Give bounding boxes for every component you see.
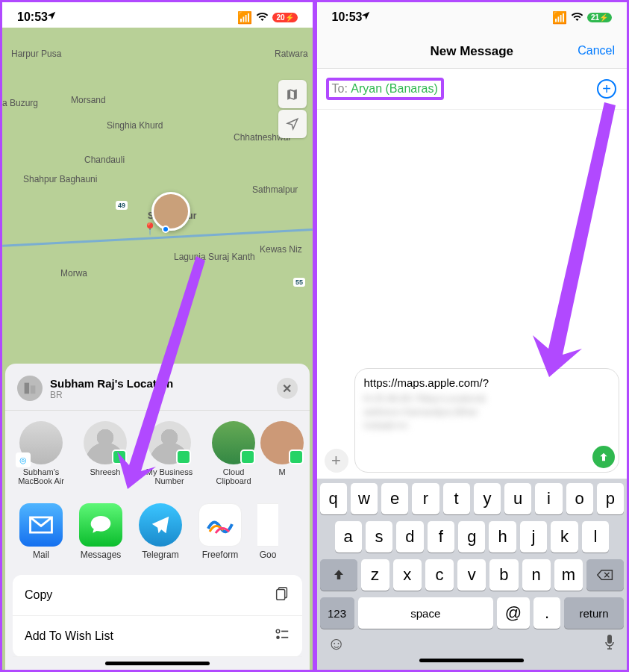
key-z[interactable]: z (361, 559, 389, 591)
key-b[interactable]: b (489, 559, 518, 591)
right-screenshot: 10:53 📶 21⚡ New Message Cancel To: Aryan… (317, 2, 628, 670)
key-p[interactable]: p (597, 483, 624, 514)
map-mode-button[interactable] (278, 80, 307, 108)
cellular-icon: 📶 (552, 10, 567, 25)
contact-item[interactable]: M (271, 421, 293, 485)
message-input[interactable]: https://maps.apple.com/? ll=25.86,85.78&… (354, 368, 620, 473)
contact-item[interactable]: Cloud Clipboard (207, 421, 260, 485)
copy-icon (274, 585, 290, 605)
emoji-key[interactable]: ☺ (328, 633, 346, 654)
airdrop-contact[interactable]: ◎ Subham's MacBook Air (14, 421, 68, 485)
share-app-messages[interactable]: Messages (78, 503, 123, 560)
recipient-field[interactable]: To: Aryan (Banaras) + (317, 69, 628, 110)
airdrop-icon: ◎ (16, 452, 31, 467)
share-app-telegram[interactable]: Telegram (138, 503, 183, 560)
message-header: New Message Cancel (317, 28, 628, 69)
share-app-more[interactable]: Goo (257, 503, 278, 560)
numbers-key[interactable]: 123 (320, 597, 354, 629)
key-g[interactable]: g (458, 521, 485, 553)
dictation-key[interactable] (603, 633, 616, 654)
shift-key[interactable] (320, 559, 357, 591)
key-v[interactable]: v (457, 559, 486, 591)
key-j[interactable]: j (520, 521, 547, 553)
at-key[interactable]: @ (497, 597, 530, 629)
backspace-key[interactable] (586, 559, 624, 591)
home-indicator[interactable] (419, 659, 524, 662)
whatsapp-icon (289, 449, 304, 464)
action-list: Copy Add To Wish List (13, 575, 302, 657)
wifi-icon (256, 10, 269, 24)
battery-icon: 21⚡ (587, 13, 612, 22)
highway-badge: 49 (116, 201, 128, 210)
send-button[interactable] (592, 446, 615, 468)
key-s[interactable]: s (366, 521, 392, 553)
key-f[interactable]: f (428, 521, 454, 553)
share-sheet: Subham Raj's Location BR ✕ ◎ Subham's Ma… (5, 364, 310, 670)
status-bar: 10:53 📶 21⚡ (317, 2, 628, 28)
svg-point-6 (276, 635, 280, 639)
status-time: 10:53 (332, 10, 363, 24)
battery-icon: 20⚡ (272, 13, 297, 22)
home-indicator[interactable] (105, 662, 210, 665)
key-x[interactable]: x (393, 559, 422, 591)
location-icon (17, 376, 43, 401)
svg-rect-1 (31, 385, 35, 393)
message-input-area: + https://maps.apple.com/? ll=25.86,85.7… (317, 362, 628, 479)
key-i[interactable]: i (535, 483, 562, 514)
key-d[interactable]: d (396, 521, 423, 553)
cellular-icon: 📶 (237, 10, 252, 25)
whatsapp-icon (176, 449, 191, 464)
location-services-icon (360, 10, 371, 24)
return-key[interactable]: return (564, 597, 624, 629)
wifi-icon (571, 10, 583, 24)
wishlist-icon (274, 626, 290, 646)
left-screenshot: 10:53 📶 20⚡ Harpur Pusa Morsand a Buzurg… (2, 2, 313, 670)
status-time: 10:53 (17, 10, 48, 24)
key-k[interactable]: k (551, 521, 578, 553)
add-recipient-button[interactable]: + (597, 79, 616, 99)
action-wishlist[interactable]: Add To Wish List (13, 616, 302, 657)
space-key[interactable]: space (358, 597, 494, 629)
key-c[interactable]: c (425, 559, 454, 591)
svg-rect-3 (276, 590, 284, 600)
key-t[interactable]: t (443, 483, 470, 514)
locate-me-button[interactable] (278, 110, 307, 138)
contact-item[interactable]: Shreesh (78, 421, 132, 485)
key-o[interactable]: o (566, 483, 593, 514)
svg-rect-8 (607, 635, 612, 644)
recipient-name: Aryan (Banaras) (351, 82, 438, 95)
keyboard: qwertyuiop asdfghjkl zxcvbnm 123 space @… (317, 479, 628, 670)
key-r[interactable]: r (412, 483, 439, 514)
whatsapp-icon (112, 449, 127, 464)
key-n[interactable]: n (522, 559, 551, 591)
key-a[interactable]: a (335, 521, 362, 553)
share-app-mail[interactable]: Mail (19, 503, 63, 560)
key-e[interactable]: e (381, 483, 408, 514)
pin-icon: 📍 (143, 222, 157, 236)
key-h[interactable]: h (489, 521, 516, 553)
key-u[interactable]: u (504, 483, 531, 514)
apps-row: Mail Messages Telegram Freeform Goo (5, 496, 310, 570)
whatsapp-icon (240, 449, 255, 464)
key-y[interactable]: y (474, 483, 501, 514)
cancel-button[interactable]: Cancel (578, 44, 615, 57)
highway-badge: 55 (293, 278, 305, 287)
key-q[interactable]: q (320, 483, 347, 514)
dot-key[interactable]: . (533, 597, 560, 629)
svg-point-4 (276, 629, 280, 633)
location-services-icon (46, 10, 57, 24)
key-m[interactable]: m (554, 559, 583, 591)
contacts-row: ◎ Subham's MacBook Air Shreesh My Busine… (5, 411, 310, 496)
share-app-freeform[interactable]: Freeform (198, 503, 242, 560)
status-bar: 10:53 📶 20⚡ (2, 2, 313, 28)
key-l[interactable]: l (582, 521, 609, 553)
sheet-subtitle: BR (50, 390, 173, 400)
close-button[interactable]: ✕ (277, 378, 298, 399)
action-copy[interactable]: Copy (13, 575, 302, 616)
sheet-title: Subham Raj's Location (50, 377, 173, 390)
key-w[interactable]: w (351, 483, 378, 514)
to-label: To: (332, 82, 348, 95)
contact-item[interactable]: My Business Number (143, 421, 196, 485)
svg-rect-0 (25, 383, 29, 394)
add-attachment-button[interactable]: + (325, 449, 348, 473)
